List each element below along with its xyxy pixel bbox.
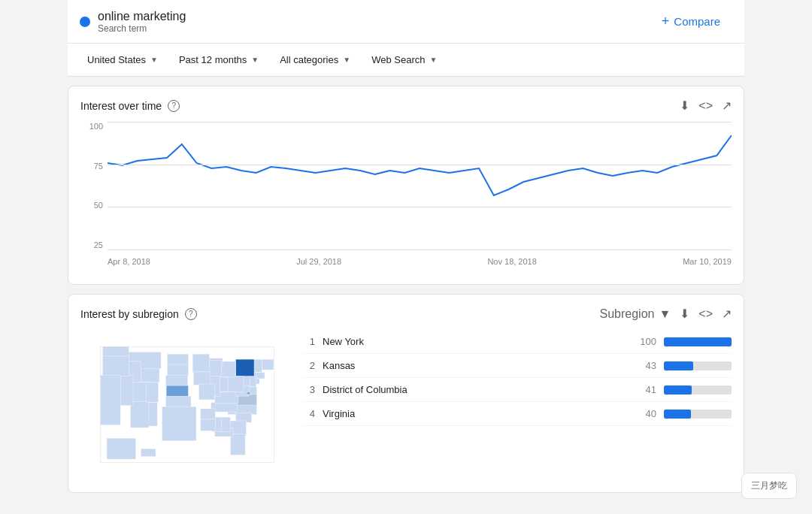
svg-rect-48 xyxy=(141,449,156,457)
search-dot-icon xyxy=(80,17,90,27)
subregion-share-icon[interactable]: ↗ xyxy=(722,307,732,321)
search-term-block: online marketing Search term xyxy=(80,10,186,34)
rank-value-4: 40 xyxy=(629,408,656,419)
search-type-filter[interactable]: Web Search ▼ xyxy=(364,50,444,70)
ranking-row-1: 1 New York 100 xyxy=(303,330,732,354)
interest-over-time-title-block: Interest over time ? xyxy=(80,100,180,112)
rank-bar-container-2 xyxy=(664,361,732,370)
grid-line-25 xyxy=(108,249,732,250)
region-chevron-icon: ▼ xyxy=(150,56,158,64)
svg-rect-1 xyxy=(253,359,262,373)
chart-xaxis: Apr 8, 2018 Jul 29, 2018 Nov 18, 2018 Ma… xyxy=(108,251,732,272)
subregion-dropdown[interactable]: Subregion ▼ xyxy=(600,307,671,321)
region-label: United States xyxy=(87,54,146,65)
download-icon[interactable]: ⬇ xyxy=(680,98,689,113)
svg-rect-35 xyxy=(162,407,197,441)
grid-line-50 xyxy=(108,207,732,207)
rank-name-virginia: Virginia xyxy=(323,408,622,419)
svg-rect-47 xyxy=(107,438,136,459)
svg-rect-32 xyxy=(165,375,187,386)
svg-rect-31 xyxy=(168,364,189,376)
us-map-container xyxy=(80,330,291,480)
chart-yaxis: 100 75 50 25 xyxy=(80,122,108,249)
region-filter[interactable]: United States ▼ xyxy=(80,50,165,70)
svg-rect-33 xyxy=(166,386,188,397)
categories-chevron-icon: ▼ xyxy=(343,56,350,64)
svg-rect-26 xyxy=(194,372,211,386)
svg-rect-44 xyxy=(102,355,129,376)
compare-button[interactable]: + Compare xyxy=(650,8,732,35)
interest-by-subregion-help-icon[interactable]: ? xyxy=(185,308,197,320)
rank-num-4: 4 xyxy=(303,408,315,419)
rankings-container: 1 New York 100 2 Kansas 43 3 xyxy=(303,330,732,426)
chart-inner xyxy=(108,122,732,249)
rank-bar-1 xyxy=(664,337,732,346)
interest-over-time-title: Interest over time xyxy=(80,100,162,112)
svg-rect-27 xyxy=(199,384,215,400)
svg-rect-29 xyxy=(201,419,216,431)
embed-icon[interactable]: <> xyxy=(698,99,713,113)
interest-by-subregion-title-block: Interest by subregion ? xyxy=(80,308,197,320)
svg-rect-30 xyxy=(168,354,189,365)
rank-bar-container-3 xyxy=(664,386,732,395)
search-type-chevron-icon: ▼ xyxy=(429,56,437,64)
svg-rect-28 xyxy=(201,409,216,420)
svg-rect-34 xyxy=(165,396,191,407)
categories-filter[interactable]: All categories ▼ xyxy=(272,50,358,70)
xaxis-jul: Jul 29, 2018 xyxy=(296,257,341,266)
svg-rect-25 xyxy=(192,354,209,373)
interest-over-time-actions: ⬇ <> ↗ xyxy=(680,98,732,113)
compare-plus-icon: + xyxy=(662,14,670,29)
share-icon[interactable]: ↗ xyxy=(722,98,732,113)
svg-rect-46 xyxy=(101,375,121,425)
svg-rect-49 xyxy=(247,392,250,395)
svg-rect-45 xyxy=(102,346,129,356)
ranking-row-2: 2 Kansas 43 xyxy=(303,354,732,378)
xaxis-mar: Mar 10, 2019 xyxy=(683,257,732,266)
subregion-embed-icon[interactable]: <> xyxy=(698,307,713,321)
yaxis-75: 75 xyxy=(94,162,103,171)
svg-rect-0 xyxy=(262,359,274,370)
rank-num-2: 2 xyxy=(303,360,315,371)
subregion-download-icon[interactable]: ⬇ xyxy=(680,307,689,321)
rank-bar-4 xyxy=(664,410,691,419)
period-filter[interactable]: Past 12 months ▼ xyxy=(171,50,266,70)
interest-by-subregion-header: Interest by subregion ? Subregion ▼ ⬇ <>… xyxy=(80,307,732,321)
rank-value-3: 41 xyxy=(629,384,656,395)
rank-bar-container-4 xyxy=(664,410,732,419)
watermark-text: 三月梦吃 xyxy=(751,480,787,491)
search-term-text: online marketing xyxy=(98,10,186,23)
xaxis-nov: Nov 18, 2018 xyxy=(487,257,536,266)
watermark: 三月梦吃 xyxy=(741,473,797,499)
us-states xyxy=(101,346,274,459)
rank-bar-2 xyxy=(664,361,693,370)
subregion-label: Subregion xyxy=(600,307,655,321)
period-label: Past 12 months xyxy=(179,54,247,65)
rank-num-3: 3 xyxy=(303,384,315,395)
svg-rect-6 xyxy=(250,376,256,387)
grid-line-100 xyxy=(108,122,732,122)
page-wrapper: online marketing Search term + Compare U… xyxy=(60,0,752,508)
categories-label: All categories xyxy=(280,54,338,65)
grid-line-75 xyxy=(108,165,732,165)
rank-bar-container-1 xyxy=(664,337,732,346)
ranking-row-3: 3 District of Columbia 41 xyxy=(303,378,732,402)
interest-over-time-header: Interest over time ? ⬇ <> ↗ xyxy=(80,98,732,113)
search-term-info: online marketing Search term xyxy=(98,10,186,34)
period-chevron-icon: ▼ xyxy=(251,56,259,64)
svg-rect-19 xyxy=(228,376,244,392)
rank-name-kansas: Kansas xyxy=(323,360,622,371)
interest-over-time-chart: 100 75 50 25 Apr 8, xyxy=(80,122,732,272)
rank-value-2: 43 xyxy=(629,360,656,371)
compare-label: Compare xyxy=(674,15,720,28)
subregion-content: 1 New York 100 2 Kansas 43 3 xyxy=(80,330,732,480)
xaxis-apr: Apr 8, 2018 xyxy=(108,257,150,266)
svg-rect-42 xyxy=(131,401,150,428)
interest-by-subregion-card: Interest by subregion ? Subregion ▼ ⬇ <>… xyxy=(68,294,744,493)
interest-over-time-help-icon[interactable]: ? xyxy=(168,100,180,112)
rank-name-dc: District of Columbia xyxy=(323,384,622,395)
interest-by-subregion-title: Interest by subregion xyxy=(80,308,179,320)
rank-name-new-york: New York xyxy=(323,336,622,347)
filter-bar: United States ▼ Past 12 months ▼ All cat… xyxy=(68,44,744,77)
search-term-subtype: Search term xyxy=(98,23,186,34)
